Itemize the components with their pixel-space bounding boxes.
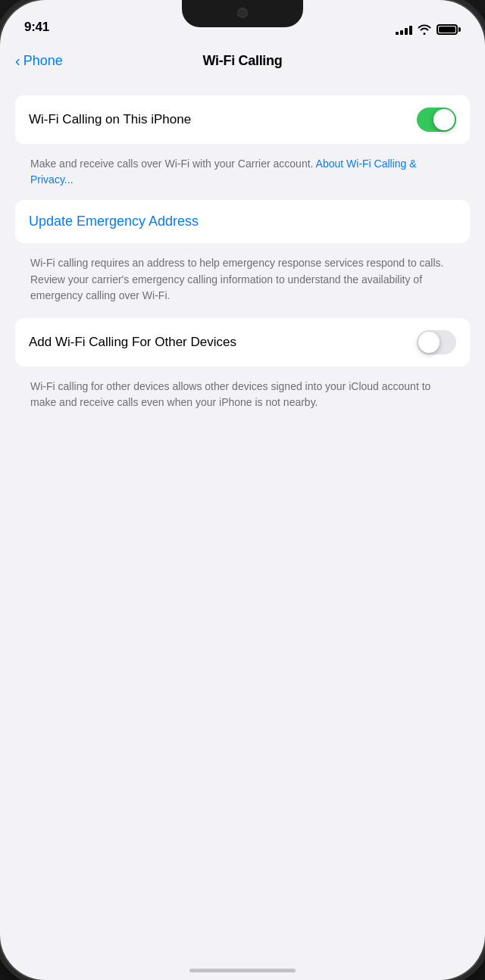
page-title: Wi-Fi Calling	[203, 53, 283, 69]
home-indicator	[189, 969, 296, 972]
content-area: Wi-Fi Calling on This iPhone Make and re…	[0, 80, 485, 980]
notch	[182, 0, 303, 27]
other-devices-toggle[interactable]	[417, 330, 456, 354]
wifi-calling-desc-text: Make and receive calls over Wi-Fi with y…	[30, 158, 316, 170]
status-time: 9:41	[24, 20, 49, 35]
emergency-address-card: Update Emergency Address	[15, 200, 470, 243]
phone-frame: 9:41	[0, 0, 485, 980]
status-icons	[396, 24, 461, 35]
back-label: Phone	[23, 53, 63, 69]
toggle-thumb	[433, 109, 455, 130]
other-devices-card: Add Wi-Fi Calling For Other Devices	[15, 318, 470, 367]
other-devices-row: Add Wi-Fi Calling For Other Devices	[15, 318, 470, 367]
toggle-thumb-off	[418, 332, 440, 353]
back-button[interactable]: ‹ Phone	[15, 53, 63, 69]
wifi-icon	[418, 24, 431, 35]
wifi-calling-label: Wi-Fi Calling on This iPhone	[29, 111, 417, 128]
chevron-left-icon: ‹	[15, 53, 20, 68]
wifi-calling-row: Wi-Fi Calling on This iPhone	[15, 95, 470, 144]
wifi-calling-toggle[interactable]	[417, 108, 456, 132]
wifi-calling-card: Wi-Fi Calling on This iPhone	[15, 95, 470, 144]
other-devices-description: Wi-Fi calling for other devices allows o…	[15, 374, 470, 423]
emergency-address-description: Wi-Fi calling requires an address to hel…	[15, 251, 470, 318]
signal-icon	[396, 24, 412, 35]
battery-icon	[436, 24, 461, 35]
other-devices-label: Add Wi-Fi Calling For Other Devices	[29, 334, 417, 351]
front-camera	[237, 8, 248, 18]
wifi-calling-description: Make and receive calls over Wi-Fi with y…	[15, 151, 470, 200]
nav-bar: ‹ Phone Wi-Fi Calling	[0, 41, 485, 80]
update-emergency-address-button[interactable]: Update Emergency Address	[15, 200, 470, 243]
